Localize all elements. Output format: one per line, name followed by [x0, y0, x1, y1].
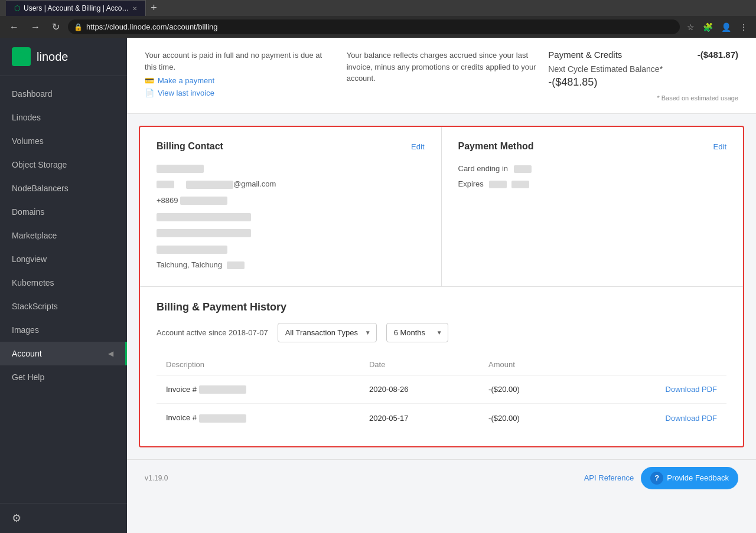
contact-info: @gmail.com +8869 Taichung, Taichung: [157, 161, 425, 272]
next-cycle-label: Next Cycle Estimated Balance*: [548, 64, 738, 74]
download-pdf-2-link[interactable]: Download PDF: [666, 414, 717, 423]
object-storage-label: Object Storage: [12, 160, 67, 169]
col-amount: Amount: [479, 354, 582, 375]
months-select[interactable]: 1 Month 3 Months 6 Months 12 Months All …: [386, 323, 448, 342]
extensions-icon[interactable]: 🧩: [700, 21, 715, 33]
star-icon[interactable]: ☆: [685, 21, 697, 33]
balance-notice-text: Your balance reflects charges accrued si…: [347, 50, 537, 84]
menu-icon[interactable]: ⋮: [737, 21, 750, 33]
forward-button[interactable]: →: [27, 21, 44, 34]
domains-label: Domains: [12, 207, 44, 217]
red-border-section: Billing Contact Edit @gmail.com +8869: [139, 126, 744, 447]
contact-city: Taichung, Taichung: [157, 258, 425, 272]
api-reference-link[interactable]: API Reference: [584, 473, 634, 482]
paid-notice-text: Your account is paid in full and no paym…: [145, 50, 335, 73]
payment-credits-value: -($481.87): [698, 50, 738, 60]
active-tab[interactable]: ⬡ Users | Account & Billing | Acco… ✕: [6, 0, 146, 16]
transaction-type-select-wrapper: All Transaction Types Payments Invoices: [278, 323, 377, 342]
logo-text: linode: [37, 50, 68, 64]
contact-payment-grid: Billing Contact Edit @gmail.com +8869: [140, 127, 743, 286]
contact-addr2-blurred: [157, 229, 251, 237]
payment-method-edit-link[interactable]: Edit: [713, 142, 726, 151]
new-tab-button[interactable]: +: [146, 2, 162, 14]
payment-method-title: Payment Method: [458, 141, 534, 152]
contact-email-blurred: [186, 181, 233, 189]
sidebar-item-volumes[interactable]: Volumes: [0, 129, 127, 153]
profile-icon[interactable]: 👤: [719, 21, 734, 33]
settings-icon[interactable]: ⚙: [12, 512, 21, 524]
reload-button[interactable]: ↻: [48, 20, 63, 34]
invoice-number-1-blurred: [199, 385, 246, 394]
invoice-description-1: Invoice #: [157, 375, 360, 404]
view-invoice-label: View last invoice: [158, 89, 214, 97]
billing-contact-title: Billing Contact: [157, 141, 223, 152]
paid-notice-section: Your account is paid in full and no paym…: [145, 50, 335, 102]
billing-contact-edit-link[interactable]: Edit: [411, 142, 424, 151]
sidebar-item-dashboard[interactable]: Dashboard: [0, 82, 127, 106]
address-bar-row: ← → ↻ 🔒 https://cloud.linode.com/account…: [0, 16, 756, 38]
contact-zip-blurred: [227, 261, 245, 269]
account-arrow-icon: ◀: [108, 349, 113, 358]
contact-email: @gmail.com: [186, 177, 276, 191]
nodebalancers-label: NodeBalancers: [12, 184, 69, 193]
contact-addr1-blurred: [157, 213, 251, 221]
billing-history-title: Billing & Payment History: [157, 301, 726, 313]
sidebar-item-images[interactable]: Images: [0, 318, 127, 342]
provide-feedback-button[interactable]: ? Provide Feedback: [641, 467, 738, 489]
col-date: Date: [360, 354, 479, 375]
download-pdf-1-link[interactable]: Download PDF: [666, 385, 717, 394]
contact-phone: +8869: [157, 196, 227, 205]
sidebar-item-longview[interactable]: Longview: [0, 247, 127, 271]
expires-value-blurred: [489, 181, 507, 188]
col-action: [582, 354, 726, 375]
sidebar-item-nodebalancers[interactable]: NodeBalancers: [0, 176, 127, 200]
next-cycle-value: -($481.85): [548, 76, 738, 89]
sidebar-item-marketplace[interactable]: Marketplace: [0, 224, 127, 247]
feedback-question-icon: ?: [650, 472, 663, 485]
make-payment-label: Make a payment: [158, 76, 214, 85]
logo-icon: [12, 47, 31, 66]
feedback-label: Provide Feedback: [667, 473, 729, 482]
tab-close-btn[interactable]: ✕: [132, 5, 137, 12]
card-ending-label: Card ending in: [458, 164, 509, 173]
sidebar-item-account[interactable]: Account ◀: [0, 342, 127, 365]
invoice-date-2: 2020-05-17: [360, 404, 479, 432]
sidebar-footer: ⚙: [0, 503, 127, 533]
tab-bar: ⬡ Users | Account & Billing | Acco… ✕ +: [0, 0, 756, 16]
contact-section-header: Billing Contact Edit: [157, 141, 425, 152]
invoice-date-1: 2020-08-26: [360, 375, 479, 404]
sidebar-item-stackscripts[interactable]: StackScripts: [0, 295, 127, 318]
invoice-number-2-blurred: [199, 414, 246, 423]
contact-name-blurred: [157, 165, 204, 173]
col-description: Description: [157, 354, 360, 375]
invoice-description-2: Invoice #: [157, 404, 360, 432]
billing-history-section: Billing & Payment History Account active…: [140, 286, 743, 446]
invoice-download-2: Download PDF: [582, 404, 726, 432]
back-button[interactable]: ←: [6, 21, 22, 34]
kubernetes-label: Kubernetes: [12, 278, 54, 287]
payment-icon: 💳: [145, 76, 154, 85]
linodes-label: Linodes: [12, 113, 41, 122]
invoice-download-1: Download PDF: [582, 375, 726, 404]
sidebar-item-linodes[interactable]: Linodes: [0, 106, 127, 129]
view-invoice-button[interactable]: 📄 View last invoice: [145, 89, 214, 97]
version-text: v1.19.0: [145, 474, 168, 482]
longview-label: Longview: [12, 254, 47, 264]
sidebar-item-kubernetes[interactable]: Kubernetes: [0, 271, 127, 295]
make-payment-button[interactable]: 💳 Make a payment: [145, 76, 214, 85]
transaction-type-select[interactable]: All Transaction Types Payments Invoices: [278, 323, 377, 342]
sidebar-item-domains[interactable]: Domains: [0, 200, 127, 224]
sidebar-logo: linode: [0, 38, 127, 76]
payment-credits-section: Payment & Credits -($481.87) Next Cycle …: [548, 50, 738, 102]
card-ending-row: Card ending in: [458, 161, 727, 176]
svg-marker-0: [17, 52, 26, 61]
sidebar-item-object-storage[interactable]: Object Storage: [0, 153, 127, 176]
estimated-note: * Based on estimated usage: [548, 94, 738, 102]
get-help-label: Get Help: [12, 372, 44, 382]
sidebar-item-get-help[interactable]: Get Help: [0, 365, 127, 389]
page-footer: v1.19.0 API Reference ? Provide Feedback: [127, 459, 756, 496]
payment-credits-row: Payment & Credits -($481.87): [548, 50, 738, 60]
content-area: Your account is paid in full and no paym…: [127, 38, 756, 533]
invoice-amount-2: -($20.00): [479, 404, 582, 432]
address-bar[interactable]: 🔒 https://cloud.linode.com/account/billi…: [68, 19, 680, 34]
